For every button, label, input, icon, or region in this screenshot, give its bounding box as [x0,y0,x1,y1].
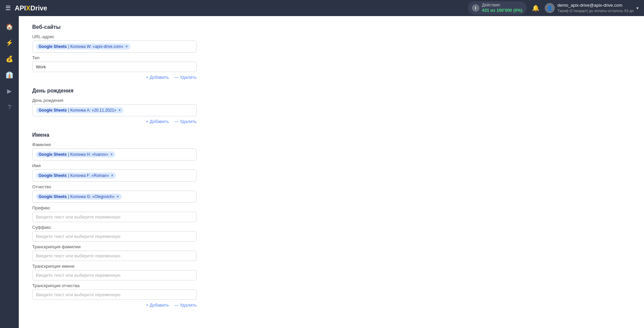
label-lastname-transcription: Транскрипция фамилии [32,244,631,249]
tag-source-lastname: Google Sheets [39,152,67,157]
section-websites: Веб-сайты [32,24,631,30]
logo-api: API [15,4,26,12]
topbar-right: i Действия: 431 из 100'000 (0%) 🔔 👤 demo… [468,1,639,15]
tag-source-middlename: Google Sheets [39,194,67,199]
tag-column-lastname: | Колонка H: «Ivanov» [68,152,108,157]
actions-count: 431 из 100'000 (0%) [482,8,523,13]
field-birthday: День рождения Google Sheets | Колонка A:… [32,98,631,116]
label-type: Тип [32,55,631,60]
remove-website-button[interactable]: — Удалить [174,75,197,80]
field-lastname-transcription: Транскрипция фамилии [32,244,631,261]
tag-input-url[interactable]: Google Sheets | Колонка W: «apix-drive.c… [32,41,197,53]
tag-input-lastname[interactable]: Google Sheets | Колонка H: «Ivanov» × [32,148,197,160]
info-icon[interactable]: i [472,4,479,12]
tag-column-url: | Колонка W: «apix-drive.com» [68,44,123,49]
add-website-button[interactable]: + Добавить [146,75,169,80]
tag-remove-lastname[interactable]: × [110,152,113,157]
field-lastname: Фамилия Google Sheets | Колонка H: «Ivan… [32,142,631,160]
tag-remove-url[interactable]: × [125,44,128,49]
actions-badge: i Действия: 431 из 100'000 (0%) [468,1,527,15]
field-actions-names: + Добавить — Удалить [32,303,197,308]
field-type: Тип [32,55,631,72]
label-url: URL-адрес [32,34,631,39]
label-lastname: Фамилия [32,142,631,147]
field-prefix: Префикс [32,205,631,222]
label-birthday: День рождения [32,98,631,103]
user-email: demo_apix-drive@apix-drive.com [557,3,634,8]
sidebar-item-home[interactable]: 🏠 [3,20,16,34]
input-suffix[interactable] [32,231,197,242]
tag-birthday: Google Sheets | Колонка A: «20.11.2021» … [36,107,123,113]
tag-source-birthday: Google Sheets [39,108,67,113]
content-area: Веб-сайты URL-адрес Google Sheets | Коло… [19,16,644,328]
section-names: Имена [32,132,631,138]
field-middlename: Отчество Google Sheets | Колонка G: «Ole… [32,184,631,203]
tag-lastname: Google Sheets | Колонка H: «Ivanov» × [36,151,115,157]
input-firstname-transcription[interactable] [32,270,197,280]
input-prefix[interactable] [32,212,197,222]
logo-drive: Drive [31,4,47,12]
actions-text: Действия: 431 из 100'000 (0%) [482,3,523,13]
field-actions-websites: + Добавить — Удалить [32,75,197,80]
remove-names-button[interactable]: — Удалить [174,303,197,308]
topbar: ☰ API X Drive i Действия: 431 из 100'000… [0,0,644,16]
field-actions-birthday: + Добавить — Удалить [32,119,197,124]
tag-url: Google Sheets | Колонка W: «apix-drive.c… [36,44,130,50]
main-content: Веб-сайты URL-адрес Google Sheets | Коло… [19,16,644,328]
menu-icon[interactable]: ☰ [5,4,11,12]
user-info: demo_apix-drive@apix-drive.com Тариф |Ст… [557,3,634,13]
input-middlename-transcription[interactable] [32,289,197,300]
field-firstname: Имя Google Sheets | Колонка F: «Roman» × [32,163,631,182]
tag-remove-birthday[interactable]: × [118,108,121,113]
sidebar-item-connections[interactable]: ⚡ [3,36,16,50]
field-suffix: Суффикс [32,225,631,242]
remove-birthday-button[interactable]: — Удалить [174,119,197,124]
label-firstname: Имя [32,163,631,168]
tag-firstname: Google Sheets | Колонка F: «Roman» × [36,173,116,179]
actions-label: Действия: [482,3,523,8]
label-suffix: Суффикс [32,225,631,230]
logo: API X Drive [15,4,47,12]
label-prefix: Префикс [32,205,631,210]
logo-x: X [26,4,30,12]
tag-column-middlename: | Колонка G: «Olegovich» [68,194,115,199]
label-firstname-transcription: Транскрипция имени [32,264,631,269]
field-url: URL-адрес Google Sheets | Колонка W: «ap… [32,34,631,53]
tag-column-birthday: | Колонка A: «20.11.2021» [68,108,116,113]
tag-source-url: Google Sheets [39,44,67,49]
sidebar-item-help[interactable]: ? [3,101,16,114]
sidebar: 🏠 ⚡ 💰 👔 ▶ ? [0,16,19,328]
input-lastname-transcription[interactable] [32,251,197,261]
tag-source-firstname: Google Sheets [39,173,67,178]
bell-icon[interactable]: 🔔 [532,4,539,12]
tag-column-firstname: | Колонка F: «Roman» [68,173,109,178]
user-tariff: Тариф |Стандарт| до оплаты осталось 63 д… [557,8,634,13]
field-firstname-transcription: Транскрипция имени [32,264,631,280]
sidebar-item-billing[interactable]: 💰 [3,52,16,66]
chevron-down-icon: ▾ [636,5,639,11]
sidebar-item-youtube[interactable]: ▶ [3,84,16,98]
input-type[interactable] [32,62,197,72]
user-avatar: 👤 [545,3,555,13]
add-names-button[interactable]: + Добавить [146,303,169,308]
sidebar-item-team[interactable]: 👔 [3,68,16,82]
tag-remove-middlename[interactable]: × [117,194,119,199]
section-birthday: День рождения [32,88,631,94]
tag-remove-firstname[interactable]: × [111,173,113,178]
label-middlename-transcription: Транскрипция отчества [32,283,631,288]
tag-middlename: Google Sheets | Колонка G: «Olegovich» × [36,194,122,200]
tag-input-birthday[interactable]: Google Sheets | Колонка A: «20.11.2021» … [32,104,197,116]
label-middlename: Отчество [32,184,631,189]
tag-input-middlename[interactable]: Google Sheets | Колонка G: «Olegovich» × [32,191,197,203]
topbar-left: ☰ API X Drive [5,4,47,12]
tag-input-firstname[interactable]: Google Sheets | Колонка F: «Roman» × [32,170,197,182]
user-section[interactable]: 👤 demo_apix-drive@apix-drive.com Тариф |… [545,3,639,13]
field-middlename-transcription: Транскрипция отчества [32,283,631,300]
add-birthday-button[interactable]: + Добавить [146,119,169,124]
app-body: 🏠 ⚡ 💰 👔 ▶ ? Веб-сайты URL-адрес Google S… [0,16,644,328]
